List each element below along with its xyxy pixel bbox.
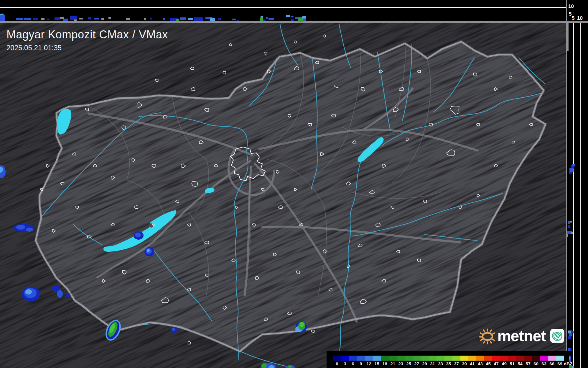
right-height-profile-strip bbox=[566, 0, 588, 368]
legend-tick: 49 bbox=[500, 361, 508, 366]
legend-tick: 37 bbox=[452, 361, 460, 366]
legend-tick: 54 bbox=[516, 361, 524, 366]
legend-swatch bbox=[516, 356, 524, 361]
page-title: Magyar Kompozit CMax / VMax bbox=[6, 28, 168, 41]
legend-swatch bbox=[556, 356, 564, 361]
legend-swatch bbox=[421, 356, 429, 361]
legend-swatch bbox=[389, 356, 397, 361]
legend-swatch bbox=[349, 356, 357, 361]
legend-swatch bbox=[508, 356, 516, 361]
legend-tick: 29 bbox=[421, 361, 429, 366]
legend-tick: 15 bbox=[373, 361, 381, 366]
sun-icon bbox=[479, 324, 495, 348]
legend-swatch bbox=[548, 356, 556, 361]
legend-tick-labels: 0369121518212325272931333537394143454749… bbox=[333, 361, 564, 366]
rain-echo bbox=[16, 225, 25, 230]
top-strip-10km-line bbox=[0, 7, 566, 8]
legend-tick: 41 bbox=[468, 361, 476, 366]
legend-tick: 35 bbox=[444, 361, 452, 366]
legend-swatch bbox=[492, 356, 500, 361]
legend-tick: 25 bbox=[405, 361, 413, 366]
rain-echo bbox=[25, 289, 32, 295]
legend-tick: 33 bbox=[437, 361, 444, 366]
legend-swatch bbox=[468, 356, 476, 361]
vertical-separator-thick bbox=[566, 23, 569, 51]
legend-tick: 39 bbox=[460, 361, 468, 366]
legend-unit-label: dBZ bbox=[564, 361, 572, 366]
legend-tick: 12 bbox=[365, 361, 373, 366]
rain-echo bbox=[300, 322, 304, 327]
rain-echo bbox=[57, 290, 63, 298]
right-axis-5km-label: 5 bbox=[572, 15, 574, 21]
legend-swatches bbox=[333, 356, 564, 361]
legend-tick: 45 bbox=[484, 361, 492, 366]
rain-echo bbox=[66, 293, 70, 297]
timestamp: 2025.05.21 01:35 bbox=[6, 44, 168, 52]
legend-swatch bbox=[460, 356, 468, 361]
hungary-radar-map bbox=[0, 0, 588, 368]
legend-swatch bbox=[452, 356, 460, 361]
legend-swatch bbox=[405, 356, 413, 361]
rain-echo bbox=[172, 328, 175, 331]
right-strip-5km-line bbox=[573, 23, 574, 368]
legend-tick: 6 bbox=[349, 361, 357, 366]
top-strip-5km-line bbox=[0, 15, 566, 15]
metnet-branding: metnet bbox=[479, 323, 564, 349]
legend-tick: 57 bbox=[524, 361, 532, 366]
legend-tick: 31 bbox=[429, 361, 437, 366]
dbz-color-scale: 0369121518212325272931333537394143454749… bbox=[327, 351, 569, 368]
horizontal-separator bbox=[0, 21, 588, 23]
title-block: Magyar Kompozit CMax / VMax 2025.05.21 0… bbox=[6, 28, 168, 52]
right-strip-10km-line bbox=[580, 23, 581, 368]
legend-swatch bbox=[444, 356, 452, 361]
legend-swatch bbox=[437, 356, 444, 361]
legend-tick: 9 bbox=[357, 361, 365, 366]
legend-tick: 60 bbox=[532, 361, 540, 366]
legend-swatch bbox=[476, 356, 484, 361]
top-axis-5km-label: 5 bbox=[569, 11, 571, 17]
legend-tick: 23 bbox=[397, 361, 405, 366]
legend-tick: 51 bbox=[508, 361, 516, 366]
vertical-separator bbox=[566, 0, 567, 368]
metnet-wordmark: metnet bbox=[497, 327, 546, 345]
legend-swatch bbox=[500, 356, 508, 361]
top-height-profile-strip bbox=[0, 0, 566, 21]
rain-echo bbox=[135, 233, 141, 237]
legend-tick: 47 bbox=[492, 361, 500, 366]
legend-swatch bbox=[540, 356, 548, 361]
legend-tick: 43 bbox=[476, 361, 484, 366]
legend-swatch bbox=[484, 356, 492, 361]
legend-swatch bbox=[373, 356, 381, 361]
legend-tick: 66 bbox=[548, 361, 556, 366]
legend-swatch bbox=[429, 356, 437, 361]
legend-tick: 69 bbox=[556, 361, 564, 366]
legend-swatch bbox=[333, 356, 341, 361]
legend-tick: 27 bbox=[413, 361, 421, 366]
legend-tick: 3 bbox=[341, 361, 349, 366]
legend-tick: 0 bbox=[333, 361, 341, 366]
radar-page: 10 5 5 10 Magyar Kompozit CMax / VMax 20… bbox=[0, 0, 588, 368]
legend-swatch bbox=[357, 356, 365, 361]
rain-echo bbox=[147, 249, 150, 252]
legend-swatch bbox=[341, 356, 349, 361]
rain-echo bbox=[261, 363, 267, 368]
top-axis-10km-label: 10 bbox=[568, 4, 574, 9]
metnet-app-icon bbox=[550, 326, 564, 346]
legend-swatch bbox=[532, 356, 540, 361]
rain-echo bbox=[26, 228, 33, 232]
legend-swatch bbox=[524, 356, 532, 361]
legend-tick: 21 bbox=[389, 361, 397, 366]
legend-swatch bbox=[413, 356, 421, 361]
legend-swatch bbox=[381, 356, 389, 361]
right-axis-10km-label: 10 bbox=[577, 15, 583, 21]
legend-swatch bbox=[397, 356, 405, 361]
legend-swatch bbox=[365, 356, 373, 361]
legend-tick: 18 bbox=[381, 361, 389, 366]
legend-tick: 63 bbox=[540, 361, 548, 366]
